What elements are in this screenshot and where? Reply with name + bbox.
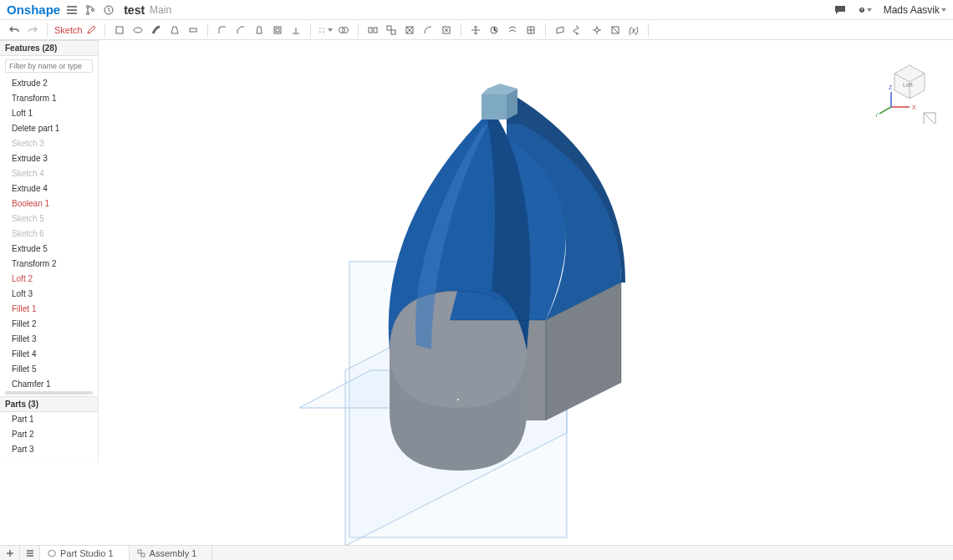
svg-rect-8 — [190, 28, 196, 32]
section-view-icon[interactable] — [608, 23, 623, 38]
boolean-icon[interactable] — [336, 23, 351, 38]
svg-rect-6 — [116, 27, 123, 33]
feature-item[interactable]: Loft 1 — [0, 106, 98, 121]
tab-manager-button[interactable] — [20, 546, 40, 560]
feature-item[interactable]: Transform 1 — [0, 91, 98, 106]
svg-rect-32 — [141, 553, 145, 557]
tab-assembly[interactable]: Assembly 1 — [130, 546, 213, 560]
assembly-icon — [136, 548, 146, 558]
axis-y-label: Y — [876, 112, 879, 118]
svg-point-11 — [319, 28, 320, 28]
mate-connector-icon[interactable] — [589, 23, 604, 38]
shell-icon[interactable] — [270, 23, 285, 38]
separator — [545, 23, 546, 37]
workspace-name[interactable]: Main — [150, 4, 171, 16]
feature-item[interactable]: Loft 3 — [0, 287, 98, 302]
plane-icon[interactable] — [553, 23, 568, 38]
revolve-icon[interactable] — [130, 23, 145, 38]
features-filter-input[interactable] — [5, 59, 93, 73]
features-panel-header[interactable]: Features (28) — [0, 40, 98, 56]
separator — [310, 23, 311, 37]
separator — [47, 23, 48, 37]
svg-point-13 — [319, 31, 320, 32]
part-item[interactable]: Part 1 — [0, 412, 98, 427]
feature-item[interactable]: Loft 2 — [0, 272, 98, 287]
loft-icon[interactable] — [167, 23, 182, 38]
boundary-surface-icon[interactable] — [523, 23, 538, 38]
feature-item[interactable]: Sketch 3 — [0, 136, 98, 151]
tab-label: Assembly 1 — [150, 548, 197, 558]
sweep-icon[interactable] — [149, 23, 164, 38]
history-icon[interactable] — [102, 3, 115, 17]
svg-point-24 — [595, 28, 599, 32]
view-cube[interactable]: Left X Y Z — [876, 48, 943, 124]
feature-item[interactable]: Boolean 1 — [0, 196, 98, 211]
replace-face-icon[interactable] — [487, 23, 502, 38]
svg-point-0 — [87, 5, 89, 8]
user-menu[interactable]: Mads Aasvik — [884, 4, 946, 16]
feature-item[interactable]: Extrude 4 — [0, 181, 98, 196]
branch-icon[interactable] — [84, 3, 97, 17]
redo-button[interactable] — [25, 23, 40, 38]
tab-part-studio[interactable]: Part Studio 1 — [40, 546, 130, 560]
comments-icon[interactable] — [833, 3, 847, 17]
feature-item[interactable]: Extrude 3 — [0, 151, 98, 166]
menu-icon[interactable] — [65, 3, 79, 17]
feature-item[interactable]: Sketch 5 — [0, 211, 98, 227]
section-view-toggle[interactable] — [924, 113, 935, 124]
feature-item[interactable]: Fillet 1 — [0, 302, 98, 317]
feature-item[interactable]: Delete part 1 — [0, 121, 98, 136]
axis-z-label: Z — [889, 84, 893, 90]
feature-item[interactable]: Sketch 6 — [0, 227, 98, 242]
helix-icon[interactable] — [571, 23, 586, 38]
feature-item[interactable]: Sketch 4 — [0, 166, 98, 181]
variable-icon[interactable]: (x) — [626, 23, 641, 38]
offset-surface-icon[interactable] — [505, 23, 520, 38]
delete-face-icon[interactable] — [439, 23, 454, 38]
fillet-icon[interactable] — [215, 23, 230, 38]
draft-icon[interactable] — [252, 23, 267, 38]
feature-item[interactable]: Fillet 5 — [0, 362, 98, 377]
feature-item[interactable]: Extrude 5 — [0, 242, 98, 257]
feature-item[interactable]: Fillet 2 — [0, 317, 98, 332]
tab-label: Part Studio 1 — [60, 548, 114, 558]
viewcube-face-label[interactable]: Left — [903, 82, 913, 88]
parts-panel-header[interactable]: Parts (3) — [0, 396, 98, 412]
origin-point[interactable] — [457, 399, 460, 401]
part-item[interactable]: Part 2 — [0, 427, 98, 442]
document-name[interactable]: test — [124, 3, 145, 17]
viewport[interactable] — [99, 40, 953, 545]
model-view[interactable] — [99, 40, 953, 545]
feature-item[interactable]: Fillet 3 — [0, 332, 98, 347]
part-item[interactable]: Part 3 — [0, 442, 98, 457]
rib-icon[interactable] — [288, 23, 303, 38]
feature-item[interactable]: Fillet 4 — [0, 347, 98, 362]
svg-rect-31 — [138, 550, 141, 553]
feature-item[interactable]: Extrude 2 — [0, 76, 98, 91]
add-tab-button[interactable] — [0, 546, 20, 560]
chamfer-icon[interactable] — [233, 23, 248, 38]
feature-item[interactable]: Chamfer 1 — [0, 377, 98, 389]
split-icon[interactable] — [365, 23, 380, 38]
pattern-icon[interactable] — [318, 23, 333, 38]
svg-point-14 — [323, 31, 324, 32]
modify-fillet-icon[interactable] — [420, 23, 436, 38]
feature-item[interactable]: Transform 2 — [0, 257, 98, 272]
thicken-icon[interactable] — [186, 23, 201, 38]
model-body[interactable] — [389, 84, 625, 471]
help-icon[interactable]: ? — [859, 3, 872, 17]
model-face[interactable] — [482, 94, 507, 120]
sketch-button[interactable]: Sketch — [54, 25, 96, 35]
rollback-bar[interactable] — [5, 391, 93, 395]
part-studio-icon — [47, 548, 57, 558]
delete-part-icon[interactable] — [402, 23, 417, 38]
transform-icon[interactable] — [384, 23, 399, 38]
svg-point-1 — [87, 12, 89, 14]
extrude-icon[interactable] — [112, 23, 127, 38]
separator — [358, 23, 359, 37]
axis-x-label: X — [912, 104, 916, 110]
svg-line-28 — [879, 107, 891, 114]
logo[interactable]: Onshape — [7, 3, 60, 17]
undo-button[interactable] — [7, 23, 22, 38]
move-face-icon[interactable] — [468, 23, 483, 38]
